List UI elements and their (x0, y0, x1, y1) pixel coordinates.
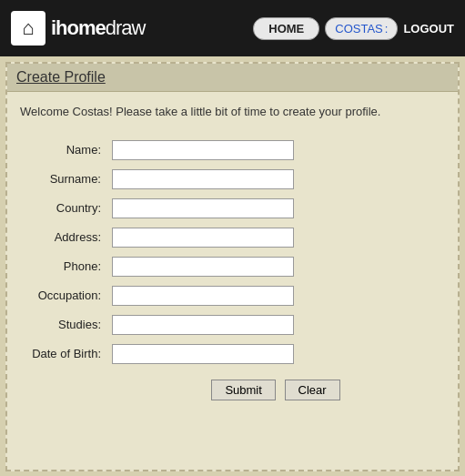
label-dob: Date of Birth: (20, 339, 106, 369)
logo-light: draw (106, 16, 146, 39)
form-row: Address: (20, 223, 445, 252)
field-name (106, 136, 445, 165)
field-surname (106, 165, 445, 194)
welcome-text: Welcome Costas! Please take a little bit… (20, 103, 445, 121)
input-address[interactable] (112, 228, 294, 248)
content-wrapper: Create Profile Welcome Costas! Please ta… (5, 62, 460, 471)
input-name[interactable] (112, 140, 294, 160)
logo-text: ihomedraw (51, 16, 145, 40)
input-studies[interactable] (112, 315, 294, 335)
field-dob (106, 339, 445, 369)
label-address: Address: (20, 223, 106, 252)
label-country: Country: (20, 194, 106, 223)
user-button[interactable]: COSTAS : (325, 17, 398, 40)
field-studies (106, 310, 445, 339)
form-actions: Submit Clear (20, 380, 445, 400)
form-row: Occupation: (20, 281, 445, 310)
form-row: Phone: (20, 252, 445, 281)
logo-bold: ihome (51, 16, 106, 39)
input-phone[interactable] (112, 257, 294, 277)
label-name: Name: (20, 136, 106, 165)
user-label: COSTAS (335, 22, 383, 35)
form-row: Studies: (20, 310, 445, 339)
form-table: Name:Surname:Country:Address:Phone:Occup… (20, 136, 445, 369)
clear-button[interactable]: Clear (285, 380, 340, 400)
home-icon (11, 11, 45, 46)
input-country[interactable] (112, 198, 294, 218)
input-dob[interactable] (112, 344, 294, 364)
nav-area: HOME COSTAS : LOGOUT (253, 17, 454, 40)
page-title-bar: Create Profile (7, 64, 458, 92)
label-studies: Studies: (20, 310, 106, 339)
label-surname: Surname: (20, 165, 106, 194)
label-occupation: Occupation: (20, 281, 106, 310)
home-button[interactable]: HOME (253, 17, 319, 40)
logo-area: ihomedraw (11, 11, 145, 46)
header: ihomedraw HOME COSTAS : LOGOUT (0, 0, 465, 56)
submit-button[interactable]: Submit (211, 380, 275, 400)
logout-button[interactable]: LOGOUT (403, 22, 454, 35)
profile-form: Name:Surname:Country:Address:Phone:Occup… (20, 136, 445, 400)
content-body: Welcome Costas! Please take a little bit… (7, 92, 458, 411)
form-row: Date of Birth: (20, 339, 445, 369)
user-separator: : (385, 22, 389, 35)
label-phone: Phone: (20, 252, 106, 281)
page-title: Create Profile (16, 69, 106, 85)
field-phone (106, 252, 445, 281)
field-address (106, 223, 445, 252)
form-row: Name: (20, 136, 445, 165)
form-row: Surname: (20, 165, 445, 194)
input-occupation[interactable] (112, 286, 294, 306)
field-country (106, 194, 445, 223)
form-row: Country: (20, 194, 445, 223)
input-surname[interactable] (112, 169, 294, 189)
field-occupation (106, 281, 445, 310)
